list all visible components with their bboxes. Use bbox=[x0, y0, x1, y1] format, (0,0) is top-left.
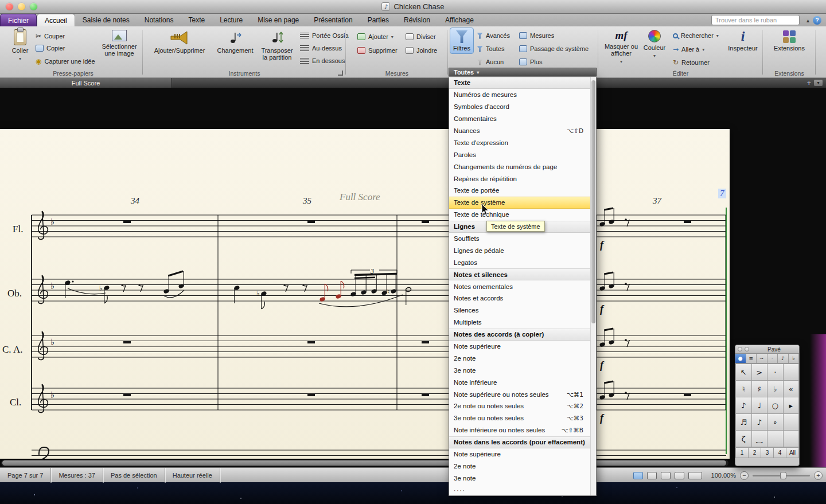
menu-item-soufflets[interactable]: Soufflets bbox=[449, 233, 596, 245]
menu-item-silences[interactable]: Silences bbox=[449, 304, 596, 317]
keypad-eighth-rest-key[interactable]: ζ bbox=[736, 431, 751, 447]
help-icon[interactable]: ? bbox=[813, 16, 821, 25]
menu-item-3e-note[interactable]: 3e note bbox=[449, 364, 596, 376]
menu-item-nuances[interactable]: Nuances⌥⇧D bbox=[449, 125, 596, 137]
filter-all-button[interactable]: Toutes bbox=[477, 45, 504, 52]
flip-button[interactable]: ↻ Retourner bbox=[673, 58, 710, 67]
keypad-voice-2[interactable]: 2 bbox=[749, 448, 761, 458]
staff-label-cl[interactable]: Cl. bbox=[10, 397, 21, 408]
menu-item-note-superieure[interactable]: Note supérieure bbox=[449, 448, 596, 460]
score-page[interactable]: Fl. Ob. C. A. Cl. 34 35 37 Full Score 3 … bbox=[0, 129, 730, 459]
select-image-button[interactable]: Sélectionner une image bbox=[98, 30, 141, 57]
keypad-blank-key[interactable] bbox=[767, 431, 783, 447]
keypad-quarter-note-key[interactable]: ♩ bbox=[752, 397, 767, 413]
menu-item-texte-de-technique[interactable]: Texte de technique bbox=[449, 209, 596, 221]
status-zoom-mode[interactable]: Hauteur réelle bbox=[165, 468, 220, 483]
zoom-slider[interactable] bbox=[753, 475, 810, 476]
menu-scrollbar[interactable] bbox=[590, 77, 596, 496]
menu-item-texte-d-expression[interactable]: Texte d'expression bbox=[449, 136, 596, 149]
selected-page-number[interactable]: 7 bbox=[718, 189, 726, 198]
zoom-slider-thumb[interactable] bbox=[780, 472, 786, 479]
ribbon-tab-texte[interactable]: Texte bbox=[181, 14, 212, 26]
view-panorama-icon[interactable] bbox=[661, 472, 671, 479]
keypad-titlebar[interactable]: Pavé bbox=[735, 345, 799, 354]
hide-show-button[interactable]: mf Masquer ou afficher ▾ bbox=[603, 30, 640, 65]
keypad-whole-note-key[interactable]: ∘ bbox=[767, 414, 783, 430]
keypad-voice-3[interactable]: 3 bbox=[761, 448, 773, 458]
ossia-below-button[interactable]: En dessous bbox=[300, 57, 345, 64]
join-bar-button[interactable]: Joindre bbox=[406, 47, 437, 54]
add-remove-instruments-button[interactable]: Ajouter/Supprimer bbox=[147, 30, 212, 54]
view-spread-icon[interactable] bbox=[647, 472, 657, 479]
staff-label-ca[interactable]: C. A. bbox=[2, 344, 22, 355]
capture-idea-button[interactable]: ◉ Capturer une idée bbox=[36, 57, 95, 65]
keypad-selection-arrow-key[interactable]: ↖ bbox=[736, 364, 751, 380]
ossia-staff-button[interactable]: Portée Ossia bbox=[300, 32, 349, 39]
filter-more-button[interactable]: Plus bbox=[519, 58, 542, 65]
keypad-common-notes-tab[interactable]: ● bbox=[735, 354, 746, 363]
cut-button[interactable]: ✂ Couper bbox=[36, 32, 65, 40]
view-wide-icon[interactable] bbox=[688, 472, 702, 479]
keypad-blank-key[interactable] bbox=[784, 364, 799, 380]
zoom-out-button[interactable]: − bbox=[740, 471, 749, 480]
menu-item-commentaires[interactable]: Commentaires bbox=[449, 113, 596, 125]
keypad-voice-4[interactable]: 4 bbox=[774, 448, 786, 458]
menu-item-symboles-d-accord[interactable]: Symboles d'accord bbox=[449, 101, 596, 113]
menu-item-lignes-de-pedale[interactable]: Lignes de pédale bbox=[449, 244, 596, 256]
keypad-sixteenth-note-key[interactable]: ♬ bbox=[736, 414, 751, 430]
ribbon-tab-accueil[interactable]: Accueil bbox=[37, 14, 75, 26]
keypad-blank-key[interactable] bbox=[784, 414, 799, 430]
ribbon-tab-mise-en-page[interactable]: Mise en page bbox=[250, 14, 306, 26]
menu-item-notes-ornementales[interactable]: Notes ornementales bbox=[449, 280, 596, 292]
keypad-jazz-tab[interactable]: ♪ bbox=[778, 354, 789, 363]
filter-none-button[interactable]: Aucun bbox=[477, 58, 504, 65]
delete-bar-button[interactable]: Supprimer bbox=[357, 47, 398, 54]
menu-item-2e-note-ou-notes-seules[interactable]: 2e note ou notes seules⌥⌘2 bbox=[449, 400, 596, 412]
keypad-beams-tab[interactable]: ~ bbox=[757, 354, 767, 363]
color-button[interactable]: Couleur ▾ bbox=[640, 30, 669, 60]
ribbon-tab-saisie-de-notes[interactable]: Saisie de notes bbox=[75, 14, 137, 26]
keypad-accidentals-tab[interactable]: ♭ bbox=[789, 354, 800, 363]
staff-label-fl[interactable]: Fl. bbox=[13, 224, 23, 235]
filter-system-passage-button[interactable]: Passage de système bbox=[519, 45, 589, 52]
keypad-rewind-key[interactable]: « bbox=[784, 381, 799, 397]
menu-item-texte-de-portee[interactable]: Texte de portée bbox=[449, 185, 596, 197]
find-button[interactable]: Rechercher ▾ bbox=[673, 32, 719, 39]
keypad-staccato-key[interactable]: · bbox=[767, 364, 783, 380]
keypad-accent-key[interactable]: > bbox=[752, 364, 767, 380]
ribbon-tab-presentation[interactable]: Présentation bbox=[306, 14, 360, 26]
close-button[interactable] bbox=[6, 3, 13, 10]
keypad-play-key[interactable]: ▸ bbox=[784, 397, 799, 413]
view-filmstrip-icon[interactable] bbox=[675, 472, 684, 479]
horizontal-scrollbar-thumb[interactable] bbox=[2, 460, 726, 466]
ribbon-tab-fichier[interactable]: Fichier bbox=[0, 14, 37, 26]
horizontal-scrollbar[interactable] bbox=[1, 460, 728, 466]
menu-item-3e-note[interactable]: 3e note bbox=[449, 472, 596, 484]
keypad-voice-1[interactable]: 1 bbox=[736, 448, 748, 458]
zoom-in-button[interactable]: + bbox=[814, 471, 823, 480]
keypad-eighth-note-key[interactable]: ♪ bbox=[736, 397, 751, 413]
minimize-button[interactable] bbox=[18, 3, 25, 10]
filter-menu-header[interactable]: Toutes ▾ bbox=[449, 68, 597, 76]
keypad-tie-key[interactable]: ‿ bbox=[752, 431, 767, 447]
inspector-button[interactable]: i Inspecteur bbox=[726, 29, 760, 52]
keypad-natural-key[interactable]: ♮ bbox=[736, 381, 751, 397]
change-instrument-button[interactable]: Changement bbox=[215, 30, 255, 54]
transpose-button[interactable]: Transposer la partition bbox=[256, 30, 298, 61]
menu-item-texte-de-systeme[interactable]: Texte de système bbox=[449, 197, 596, 209]
menu-item-changements-de-numeros-de-page[interactable]: Changements de numéros de page bbox=[449, 161, 596, 173]
ribbon-tab-lecture[interactable]: Lecture bbox=[212, 14, 250, 26]
filter-bars-button[interactable]: Mesures bbox=[519, 32, 554, 39]
ribbon-tab-affichage[interactable]: Affichage bbox=[438, 14, 481, 26]
paste-button[interactable]: Coller ▾ bbox=[8, 29, 32, 62]
keypad-voice-all[interactable]: All bbox=[786, 448, 798, 458]
staff-label-ob[interactable]: Ob. bbox=[7, 288, 22, 299]
menu-item-notes-et-accords[interactable]: Notes et accords bbox=[449, 292, 596, 304]
menu-scrollbar-thumb[interactable] bbox=[591, 80, 595, 323]
menu-item-multiplets[interactable]: Multiplets bbox=[449, 317, 596, 329]
add-bar-button[interactable]: Ajouter ▾ bbox=[357, 33, 393, 40]
goto-button[interactable]: → Aller à ▾ bbox=[673, 45, 704, 53]
menu-item-2e-note[interactable]: 2e note bbox=[449, 352, 596, 364]
view-single-page-icon[interactable] bbox=[633, 472, 643, 479]
ribbon-search-input[interactable] bbox=[711, 15, 800, 25]
